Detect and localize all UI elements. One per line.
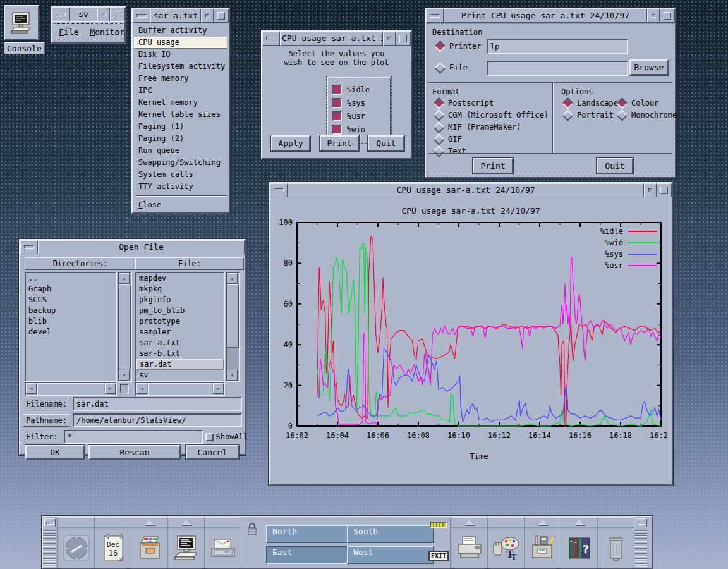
format-radio-cgm-microsoft-office[interactable] (433, 109, 444, 121)
checkbox-sys[interactable] (332, 98, 342, 108)
minimize-button[interactable] (383, 32, 396, 46)
directories-scrollbar[interactable]: ▲ ▼ (118, 272, 132, 382)
format-radio-text[interactable] (433, 145, 444, 157)
files-hscrollbar[interactable]: ◀ ▶ (135, 382, 225, 396)
exit-button[interactable]: EXIT (428, 551, 449, 561)
color-radio-monochrome[interactable] (616, 109, 628, 121)
select-dialog-titlebar[interactable]: CPU usage sar-a.txt 2 (262, 32, 411, 46)
apply-button[interactable]: Apply (271, 135, 310, 151)
print-button[interactable]: Print (320, 135, 359, 151)
menu-item-swapping-switching[interactable]: Swapping/Switching (134, 157, 228, 169)
help-launcher[interactable]: ? (565, 528, 594, 568)
file-manager-launcher[interactable] (135, 528, 164, 568)
file-item-sar-a-txt[interactable]: sar-a.txt (136, 338, 224, 348)
scroll-up-icon[interactable]: ▲ (227, 273, 238, 284)
filename-field[interactable] (73, 397, 242, 411)
orientation-radio-portrait[interactable] (562, 109, 573, 121)
subpanel-arrow-icon[interactable] (464, 520, 475, 525)
menu-item-cpu-usage[interactable]: CPU usage (134, 37, 228, 49)
file-item-pkginfo[interactable]: pkginfo (136, 295, 224, 305)
minimize-button[interactable] (647, 9, 660, 23)
panel-handle-ridges[interactable] (43, 529, 56, 568)
cancel-button[interactable]: Cancel (186, 445, 239, 460)
menu-item-free-memory[interactable]: Free memory (134, 73, 228, 85)
style-manager-launcher[interactable]: T T (490, 528, 522, 568)
menu-item-run-queue[interactable]: Run queue (134, 145, 228, 157)
print-dialog-quit-button[interactable]: Quit (597, 158, 633, 174)
workspace-button-north[interactable]: North (266, 525, 353, 543)
radio-row-gif[interactable]: GIF (435, 135, 549, 144)
console-icon[interactable] (4, 5, 39, 40)
format-radio-gif[interactable] (433, 133, 444, 145)
file-radio-row[interactable]: File (436, 63, 468, 72)
directory-item-[interactable]: .. (26, 273, 116, 284)
file-item-prototype[interactable]: prototype (136, 316, 224, 327)
menu-item-paging-1[interactable]: Paging (1) (134, 121, 228, 133)
pathname-field[interactable] (73, 413, 242, 427)
file-item-sar-b-txt[interactable]: sar-b.txt (136, 348, 224, 359)
directory-item-blib[interactable]: blib (26, 316, 116, 327)
lock-icon[interactable] (246, 522, 258, 536)
menu-item-disk-io[interactable]: Disk IO (134, 49, 228, 61)
scroll-right-icon[interactable]: ▶ (105, 383, 116, 394)
workspace-button-south[interactable]: South (347, 525, 434, 543)
window-menu-button[interactable] (133, 9, 150, 23)
clock-launcher[interactable] (62, 528, 91, 568)
scrollbar-thumb[interactable] (148, 383, 212, 395)
menu-monitor[interactable]: Monitor (90, 27, 124, 37)
radio-row-colour[interactable]: Colour (618, 99, 677, 107)
file-item-sar-dat[interactable]: sar.dat (136, 359, 224, 370)
printer-launcher[interactable] (454, 528, 485, 568)
sv-titlebar[interactable]: sv (52, 8, 125, 21)
files-list[interactable]: mapdevmkpkgpkginfopm_to_blibprototypesam… (135, 272, 225, 382)
directory-item-graph[interactable]: Graph (26, 284, 116, 295)
directories-hscrollbar[interactable]: ◀ ▶ (25, 382, 117, 396)
scrollbar-thumb[interactable] (119, 284, 131, 369)
maximize-button[interactable] (214, 9, 229, 23)
scroll-up-icon[interactable]: ▲ (119, 273, 130, 284)
workspace-button-west[interactable]: West (347, 546, 434, 564)
window-menu-button[interactable] (262, 32, 280, 46)
directory-item-devel[interactable]: devel (26, 327, 116, 338)
trash-launcher[interactable] (602, 528, 630, 568)
application-manager-launcher[interactable] (528, 528, 558, 568)
directories-list[interactable]: ..GraphSCCSbackupblibdevel (25, 272, 117, 382)
menu-item-kernel-table-sizes[interactable]: Kernel table sizes (134, 109, 228, 121)
file-item-mkpkg[interactable]: mkpkg (136, 284, 224, 295)
checkbox-idle[interactable] (332, 85, 342, 95)
window-menu-button[interactable] (20, 240, 38, 254)
minimize-button[interactable] (97, 8, 110, 21)
panel-right-handle[interactable] (634, 517, 648, 568)
console-desktop-icon[interactable]: Console (4, 5, 45, 54)
subpanel-arrow-icon[interactable] (538, 520, 548, 525)
checkbox-row-wio[interactable]: %wio (332, 125, 386, 135)
radio-row-landscape[interactable]: Landscape (564, 99, 618, 107)
maximize-button[interactable] (110, 8, 125, 21)
calendar-launcher[interactable]: Dec 16 (100, 528, 126, 568)
quit-button[interactable]: Quit (368, 135, 404, 151)
file-item-sv[interactable]: sv (136, 370, 224, 381)
menu-item-close[interactable]: Close (134, 199, 228, 211)
minimize-button[interactable] (201, 9, 214, 23)
format-radio-postscript[interactable] (433, 97, 444, 109)
scrollbar-track[interactable] (227, 284, 239, 370)
printer-radio-row[interactable]: Printer (436, 42, 482, 51)
subpanel-arrow-icon[interactable] (574, 520, 585, 525)
scroll-down-icon[interactable]: ▼ (227, 370, 238, 381)
radio-row-mif-framemaker[interactable]: MIF (FrameMaker) (435, 123, 549, 132)
open-file-titlebar[interactable]: Open File (20, 240, 245, 254)
menu-file[interactable]: File (59, 27, 78, 37)
menu-item-buffer-activity[interactable]: Buffer activity (134, 25, 228, 37)
maximize-button[interactable] (396, 32, 411, 46)
file-name-field[interactable] (487, 61, 628, 76)
menu-item-system-calls[interactable]: System calls (134, 169, 228, 181)
radio-row-portrait[interactable]: Portrait (564, 111, 618, 119)
browse-button[interactable]: Browse (629, 59, 669, 75)
file-item-sampler[interactable]: sampler (136, 327, 224, 338)
file-item-mapdev[interactable]: mapdev (136, 273, 224, 284)
resize-gadget[interactable] (120, 384, 129, 393)
directory-item-backup[interactable]: backup (26, 305, 116, 316)
printer-radio[interactable] (434, 40, 446, 52)
subpanel-arrow-icon[interactable] (181, 520, 191, 525)
terminal-launcher[interactable] (171, 528, 202, 568)
